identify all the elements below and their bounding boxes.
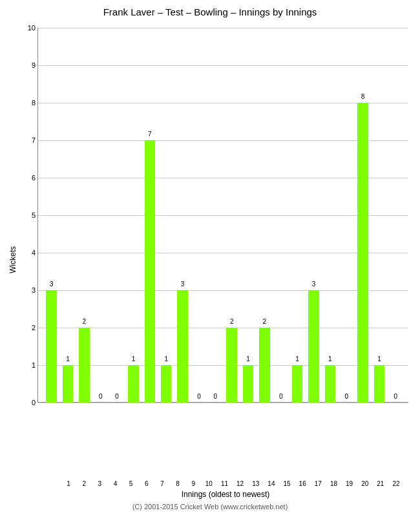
bar-value-label: 0 [394, 393, 398, 400]
bar: 2 [79, 328, 89, 403]
y-tick-label: 9 [32, 61, 36, 69]
bar-value-label: 0 [214, 393, 218, 400]
x-tick-label: 6 [140, 480, 154, 487]
y-tick-label: 6 [32, 174, 36, 182]
x-tick-label: 19 [342, 480, 357, 487]
bar-value-label: 1 [328, 355, 332, 363]
bar-value-label: 1 [246, 355, 250, 363]
bar-value-label: 3 [181, 280, 185, 288]
x-tick-label: 4 [108, 480, 122, 487]
bar-value-label: 2 [230, 318, 234, 325]
x-tick-label: 20 [358, 480, 372, 487]
y-tick-label: 8 [32, 99, 36, 107]
bar-value-label: 2 [83, 318, 87, 325]
y-tick-label: 3 [32, 286, 36, 294]
bar-value-label: 8 [361, 93, 365, 100]
footer-text: (C) 2001-2015 Cricket Web (www.cricketwe… [132, 503, 288, 511]
bar-value-label: 0 [344, 393, 348, 400]
bar: 3 [308, 290, 319, 403]
bar: 1 [243, 365, 253, 403]
x-tick-label: 10 [202, 480, 216, 487]
x-tick-label: 13 [249, 480, 263, 487]
chart-area: Wickets 01234567891031200171300212013108… [6, 21, 414, 499]
bar-value-label: 3 [50, 280, 54, 288]
x-tick-label: 14 [264, 480, 278, 487]
bar: 1 [63, 365, 73, 403]
x-axis-labels: 12345678910111213141516171819202122 [56, 480, 408, 487]
chart-container: Frank Laver – Test – Bowling – Innings b… [0, 0, 420, 517]
bar-value-label: 1 [66, 355, 70, 363]
y-tick-label: 4 [32, 249, 36, 257]
bar: 3 [46, 290, 56, 403]
bar-value-label: 0 [279, 393, 283, 400]
bar: 7 [145, 140, 155, 403]
bar-value-label: 0 [197, 393, 201, 400]
x-tick-label: 1 [61, 480, 76, 487]
bar-value-label: 0 [99, 393, 103, 400]
bar-value-label: 1 [377, 355, 381, 363]
bar-value-label: 7 [148, 131, 152, 138]
bar: 8 [357, 103, 368, 403]
x-tick-label: 5 [124, 480, 138, 487]
y-axis-label: Wickets [6, 21, 19, 499]
y-tick-label: 1 [32, 361, 36, 369]
bar-value-label: 1 [295, 355, 299, 363]
bar: 1 [128, 365, 138, 403]
y-tick-label: 5 [32, 211, 36, 219]
x-tick-label: 11 [217, 480, 231, 487]
x-tick-label: 22 [389, 480, 403, 487]
bar: 2 [226, 328, 236, 403]
y-tick-label: 0 [32, 399, 36, 406]
x-tick-label: 12 [233, 480, 247, 487]
bar-value-label: 0 [115, 393, 119, 400]
bar: 3 [177, 290, 187, 403]
x-tick-label: 8 [171, 480, 185, 487]
bar-value-label: 3 [312, 280, 316, 288]
x-tick-label: 18 [326, 480, 341, 487]
y-tick-label: 2 [32, 324, 36, 332]
x-tick-label: 7 [155, 480, 169, 487]
x-tick-label: 3 [92, 480, 107, 487]
bar-value-label: 1 [164, 355, 168, 363]
bar: 1 [161, 365, 171, 403]
x-tick-label: 9 [186, 480, 200, 487]
bar: 1 [374, 365, 384, 403]
bar-value-label: 2 [263, 318, 267, 325]
x-tick-label: 2 [77, 480, 91, 487]
x-tick-label: 17 [311, 480, 325, 487]
bar-value-label: 1 [132, 355, 136, 363]
chart-title: Frank Laver – Test – Bowling – Innings b… [103, 6, 317, 17]
bar: 2 [259, 328, 269, 403]
y-tick-label: 7 [32, 136, 36, 144]
plot-area: 0123456789103120017130021201310810 [37, 28, 408, 403]
x-tick-label: 21 [373, 480, 388, 487]
bar: 1 [325, 365, 335, 403]
y-tick-label: 10 [28, 24, 36, 32]
bar: 1 [292, 365, 302, 403]
x-tick-label: 15 [280, 480, 294, 487]
x-tick-label: 16 [295, 480, 310, 487]
x-axis-title: Innings (oldest to newest) [37, 490, 414, 499]
